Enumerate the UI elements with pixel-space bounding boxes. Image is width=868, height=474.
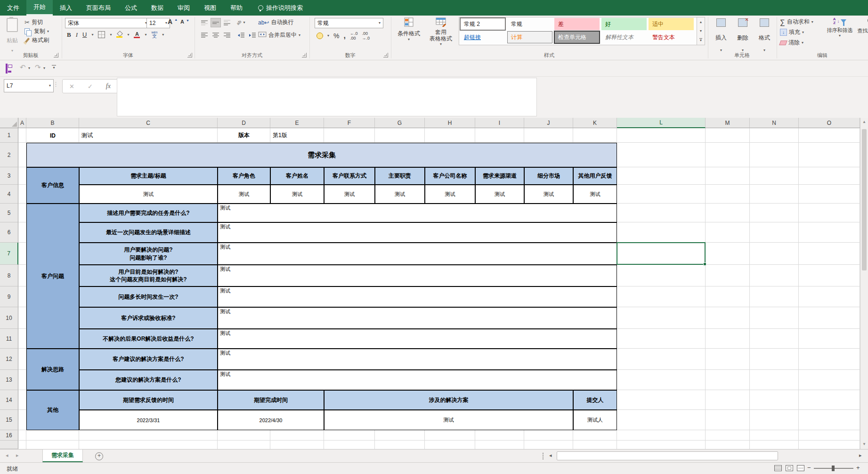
format-as-table-button[interactable]: 套用 表格格式 ▾	[425, 17, 457, 53]
cut-button[interactable]: ✂ 剪切	[24, 18, 43, 26]
value-cell[interactable]: 测试	[270, 185, 324, 204]
cell-style-适中[interactable]: 适中	[649, 18, 694, 30]
number-format-select[interactable]: 常规 ▾	[315, 18, 383, 28]
vertical-scroll-thumb[interactable]	[862, 129, 867, 270]
cell-B1-id-label[interactable]: ID	[26, 128, 79, 143]
format-cells-button[interactable]: 格式 ▾	[754, 18, 774, 52]
ribbon-tab-开始[interactable]: 开始	[26, 0, 53, 16]
cancel-icon[interactable]: ✕	[69, 83, 74, 90]
cell-style-好[interactable]: 好	[601, 18, 647, 30]
wrap-text-button[interactable]: ab↩ 自动换行	[258, 18, 293, 26]
sort-filter-button[interactable]: AZ↓ 排序和筛选 ▾	[825, 17, 854, 53]
undo-button[interactable]: ↶	[20, 63, 26, 72]
column-header-I[interactable]: I	[475, 118, 524, 128]
save-button[interactable]	[6, 64, 8, 74]
align-left-button[interactable]	[200, 31, 209, 40]
header-客户姓名[interactable]: 客户姓名	[270, 167, 324, 185]
footer-value[interactable]: 2022/4/30	[218, 410, 324, 430]
scroll-left-icon[interactable]: ◂	[549, 452, 552, 458]
page-layout-view-button[interactable]	[786, 465, 793, 471]
borders-button[interactable]	[98, 31, 105, 38]
answer-row-11[interactable]: 测试	[218, 329, 617, 349]
ribbon-tab-审阅[interactable]: 审阅	[170, 0, 197, 16]
header-客户联系方式[interactable]: 客户联系方式	[324, 167, 375, 185]
clear-button[interactable]: 清除 ▾	[780, 39, 803, 47]
increase-decimal-button[interactable]: ←.0.00	[350, 31, 358, 41]
conditional-formatting-button[interactable]: 条件格式 ▾	[394, 17, 424, 53]
value-cell[interactable]: 测试	[475, 185, 524, 204]
fill-color-button[interactable]	[116, 32, 122, 38]
accounting-format-button[interactable]	[316, 33, 323, 39]
align-right-button[interactable]	[222, 31, 232, 40]
phonetic-guide-button[interactable]: wén文	[151, 31, 157, 39]
grow-font-button[interactable]: A▲	[168, 18, 178, 25]
active-cell-selection[interactable]	[617, 242, 706, 265]
value-cell[interactable]: 测试	[524, 185, 573, 204]
ribbon-tab-页面布局[interactable]: 页面布局	[79, 0, 118, 16]
enter-icon[interactable]: ✓	[88, 83, 93, 90]
gallery-scrollbar[interactable]: ▲ ▼ ▼	[697, 17, 705, 45]
page-break-view-button[interactable]	[797, 465, 804, 471]
section-customer-questions[interactable]: 客户问题	[26, 204, 79, 349]
dialog-launcher-font[interactable]	[187, 53, 192, 57]
tell-me-search[interactable]: 操作说明搜索	[258, 0, 303, 16]
header-细分市场[interactable]: 细分市场	[524, 167, 573, 185]
shrink-font-button[interactable]: A▼	[180, 19, 189, 25]
bold-button[interactable]: B	[67, 31, 71, 39]
cell-D1-version-label[interactable]: 版本	[218, 128, 270, 143]
increase-indent-button[interactable]	[248, 31, 257, 40]
row-header-4[interactable]: 4	[0, 185, 18, 204]
ribbon-tab-帮助[interactable]: 帮助	[223, 0, 250, 16]
question-row-5[interactable]: 描述用户需要完成的任务是什么?	[79, 204, 218, 222]
comma-style-button[interactable]: ,	[343, 32, 345, 40]
insert-cells-button[interactable]: 插入 ▾	[711, 18, 731, 52]
column-header-D[interactable]: D	[218, 118, 270, 128]
zoom-out-button[interactable]: −	[807, 464, 811, 471]
column-header-O[interactable]: O	[799, 118, 860, 128]
formula-input[interactable]	[117, 78, 537, 116]
dialog-launcher-alignment[interactable]	[302, 53, 307, 57]
footer-header-提交人[interactable]: 提交人	[573, 390, 617, 410]
row-header-partial[interactable]	[0, 441, 18, 449]
column-header-C[interactable]: C	[79, 118, 218, 128]
cell-C1-id-value[interactable]: 测试	[79, 128, 220, 143]
footer-header-期望需求反馈的时间[interactable]: 期望需求反馈的时间	[79, 390, 218, 410]
row-header-6[interactable]: 6	[0, 222, 18, 243]
value-cell[interactable]: 测试	[218, 185, 270, 204]
question-row-9[interactable]: 问题多长时间发生一次?	[79, 286, 218, 307]
format-painter-button[interactable]: 格式刷	[24, 36, 49, 44]
header-主要职责[interactable]: 主要职责	[375, 167, 425, 185]
value-cell[interactable]: 测试	[425, 185, 475, 204]
normal-view-button[interactable]	[774, 465, 782, 471]
question-row-7[interactable]: 用户要解决的问题? 问题影响了谁?	[79, 243, 218, 265]
cell-style-检查单元格[interactable]: 检查单元格	[554, 31, 600, 44]
underline-button[interactable]: U	[82, 31, 87, 38]
table-title[interactable]: 需求采集	[26, 143, 617, 167]
footer-header-期望完成时间[interactable]: 期望完成时间	[218, 390, 324, 410]
answer-row-8[interactable]: 测试	[218, 265, 617, 286]
question-row-10[interactable]: 客户诉求或验收标准?	[79, 307, 218, 329]
paste-button[interactable]: 粘贴 ▾	[3, 18, 22, 53]
cell-style-警告文本[interactable]: 警告文本	[649, 31, 694, 43]
redo-button[interactable]: ↷	[35, 63, 41, 72]
header-需求来源渠道[interactable]: 需求来源渠道	[475, 167, 524, 185]
zoom-in-button[interactable]: +	[856, 464, 860, 471]
solution-answer-13[interactable]: 测试	[218, 370, 617, 390]
value-cell[interactable]: 测试	[79, 185, 218, 204]
column-header-F[interactable]: F	[324, 118, 375, 128]
header-其他用户反馈[interactable]: 其他用户反馈	[573, 167, 617, 185]
solution-row-13[interactable]: 您建议的解决方案是什么?	[79, 370, 218, 390]
copy-button[interactable]: 复制 ▾	[24, 27, 49, 35]
row-header-1[interactable]: 1	[0, 128, 18, 143]
row-header-2[interactable]: 2	[0, 143, 18, 167]
column-header-J[interactable]: J	[524, 118, 573, 128]
italic-button[interactable]: I	[76, 31, 78, 39]
column-header-L[interactable]: L	[617, 118, 706, 128]
header-需求主题/标题[interactable]: 需求主题/标题	[79, 167, 218, 185]
answer-row-5[interactable]: 测试	[218, 204, 617, 222]
solution-row-12[interactable]: 客户建议的解决方案是什么?	[79, 349, 218, 370]
font-family-select[interactable]: 宋体 ▾	[65, 18, 150, 28]
solution-answer-12[interactable]: 测试	[218, 349, 617, 370]
question-row-6[interactable]: 最近一次问题发生的场景详细描述	[79, 222, 218, 243]
column-header-B[interactable]: B	[26, 118, 79, 128]
